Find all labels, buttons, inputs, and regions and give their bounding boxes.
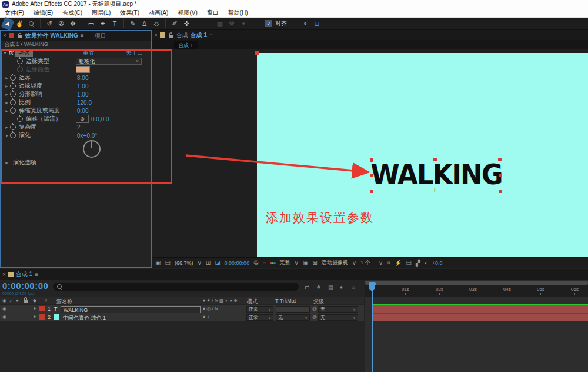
- trkmat-dropdown[interactable]: 无∨: [276, 314, 310, 321]
- composition-viewer[interactable]: WALKING ✛ 添加效果设置参数: [152, 49, 588, 257]
- transparency-grid-icon[interactable]: ⊠: [312, 260, 317, 266]
- trkmat-header[interactable]: T TrkMat: [275, 298, 296, 304]
- stopwatch-icon[interactable]: [10, 99, 16, 105]
- effect-about-link[interactable]: 关于...: [126, 49, 142, 57]
- chevron-down-icon[interactable]: ▼: [3, 51, 9, 55]
- chevron-down-icon[interactable]: ∨: [379, 260, 383, 266]
- chevron-down-icon[interactable]: ∨: [295, 260, 299, 266]
- region-of-interest-icon[interactable]: ▣: [303, 260, 308, 266]
- pen-tool-icon[interactable]: ✒: [98, 19, 108, 29]
- puppet-pin-tool-icon[interactable]: ✜: [181, 19, 192, 29]
- stopwatch-icon[interactable]: [10, 75, 16, 81]
- chevron-down-icon[interactable]: ∨: [352, 260, 356, 266]
- panel-menu-icon[interactable]: ≡: [209, 32, 213, 38]
- mask-visibility-icon[interactable]: ◪: [215, 260, 220, 266]
- frame-blend-icon[interactable]: ♦: [340, 284, 343, 290]
- blend-mode-dropdown[interactable]: 正常∨: [246, 314, 273, 321]
- parent-dropdown[interactable]: 无∨: [318, 306, 358, 313]
- layer-corner-handle[interactable]: [255, 51, 259, 55]
- pickwhip-icon[interactable]: @: [312, 314, 317, 320]
- selection-handle[interactable]: [370, 158, 373, 162]
- monitor-icon[interactable]: ▣: [155, 260, 161, 266]
- lock-icon[interactable]: [18, 35, 22, 38]
- clone-stamp-tool-icon[interactable]: ♙: [139, 19, 150, 29]
- current-time-field[interactable]: 0:00:00:00: [225, 260, 250, 266]
- hand-tool-icon[interactable]: ✌: [14, 19, 25, 29]
- trkmat-dropdown[interactable]: [276, 306, 310, 313]
- close-icon[interactable]: ×: [2, 271, 6, 278]
- anchor-point-icon[interactable]: ✛: [432, 187, 437, 193]
- comp-mini-flowchart-icon[interactable]: ⇄: [305, 284, 309, 290]
- selection-handle[interactable]: [370, 174, 373, 177]
- timeline-button-icon[interactable]: ▤: [406, 260, 412, 266]
- stopwatch-icon[interactable]: [10, 124, 16, 130]
- comp-flowchart-icon[interactable]: ▞: [416, 260, 420, 266]
- property-value[interactable]: 1.00: [77, 91, 88, 98]
- label-color-swatch[interactable]: [39, 314, 45, 320]
- chevron-right-icon[interactable]: ►: [5, 109, 10, 113]
- eye-icon[interactable]: ◉: [2, 306, 6, 311]
- stopwatch-icon[interactable]: [17, 116, 23, 122]
- tab-timeline-comp[interactable]: 合成 1: [16, 270, 32, 278]
- menu-edit[interactable]: 编辑(E): [29, 9, 58, 17]
- pan-behind-tool-icon[interactable]: ✥: [68, 19, 78, 29]
- chevron-right-icon[interactable]: ►: [5, 84, 10, 88]
- chevron-right-icon[interactable]: ►: [5, 101, 10, 105]
- time-ruler[interactable]: 01s 02s 03s 04s 05s 06s: [365, 285, 588, 297]
- pixel-aspect-icon[interactable]: ⌗: [387, 260, 390, 267]
- snapshot-icon[interactable]: ✇: [253, 260, 258, 266]
- panel-menu-icon[interactable]: ≡: [35, 271, 38, 278]
- menu-window[interactable]: 窗口: [202, 9, 223, 17]
- exposure-value[interactable]: +0.0: [432, 260, 443, 266]
- selection-handle[interactable]: [498, 158, 502, 161]
- chevron-down-icon[interactable]: ∨: [197, 260, 201, 266]
- active-camera-menu[interactable]: 活动摄像机: [322, 259, 348, 267]
- magnification-menu[interactable]: (66.7%): [175, 260, 193, 266]
- property-value[interactable]: 1.00: [77, 83, 88, 89]
- effect-header-row[interactable]: ▼ fx 毛边 重置 关于...: [1, 48, 151, 57]
- chevron-down-icon[interactable]: ▼: [5, 134, 10, 138]
- people-share-icon[interactable]: ⌖: [300, 19, 310, 29]
- layer-bar-walking[interactable]: [373, 305, 588, 313]
- timeline-search-input[interactable]: [53, 283, 299, 291]
- camera-tool-icon[interactable]: ✇: [56, 19, 66, 29]
- selection-handle[interactable]: [499, 190, 502, 193]
- reset-exposure-icon[interactable]: ◐: [425, 260, 428, 266]
- chevron-right-icon[interactable]: ►: [5, 161, 10, 165]
- edge-type-dropdown[interactable]: 粗糙化 ∨: [76, 58, 142, 65]
- region-of-interest-icon[interactable]: ⊡: [312, 19, 322, 29]
- fast-preview-icon[interactable]: ⚡: [395, 260, 402, 266]
- viewer-tab[interactable]: 合成 1: [174, 41, 198, 50]
- chevron-right-icon[interactable]: ►: [33, 306, 37, 310]
- menu-help[interactable]: 帮助(H): [223, 9, 253, 17]
- playhead-line[interactable]: [372, 285, 373, 372]
- show-channels-icon[interactable]: [270, 262, 276, 264]
- effect-name[interactable]: 毛边: [15, 49, 33, 57]
- rotation-dial[interactable]: [83, 140, 101, 158]
- view-layout-menu[interactable]: 1 个...: [360, 259, 375, 267]
- layer-name[interactable]: 中间色青色 纯色 1: [63, 314, 106, 322]
- selection-handle[interactable]: [433, 158, 437, 161]
- parent-dropdown[interactable]: 无∨: [318, 314, 358, 321]
- grid-guides-icon[interactable]: ⊞: [206, 260, 211, 266]
- tab-composition[interactable]: 合成 1: [191, 31, 207, 39]
- selection-handle[interactable]: [499, 174, 502, 177]
- menu-layer[interactable]: 图层(L): [87, 9, 115, 17]
- chevron-right-icon[interactable]: ►: [33, 314, 37, 318]
- close-icon[interactable]: ×: [3, 32, 6, 39]
- menu-view[interactable]: 视图(V): [173, 9, 202, 17]
- layer-switches[interactable]: ♦ /: [203, 314, 209, 320]
- menu-effect[interactable]: 效果(T): [115, 9, 144, 17]
- property-value[interactable]: 8.00: [77, 75, 88, 81]
- layer-bar-solid[interactable]: [373, 313, 588, 321]
- selection-tool-icon[interactable]: ➤: [1, 16, 14, 30]
- tab-project[interactable]: 项目: [95, 32, 106, 40]
- stopwatch-icon[interactable]: [10, 132, 16, 138]
- draft-3d-icon[interactable]: ❖: [316, 284, 321, 290]
- time-navigator-bar[interactable]: [365, 281, 588, 285]
- brush-tool-icon[interactable]: ✎: [128, 19, 138, 29]
- blend-mode-dropdown[interactable]: 正常∨: [246, 306, 273, 313]
- layer-row-walking[interactable]: ◉ ► 1 T WALKING ♦ ◎ / fx 正常∨ @ 无∨: [0, 305, 364, 313]
- chevron-right-icon[interactable]: ►: [5, 92, 10, 97]
- roto-brush-tool-icon[interactable]: ✐: [169, 19, 180, 29]
